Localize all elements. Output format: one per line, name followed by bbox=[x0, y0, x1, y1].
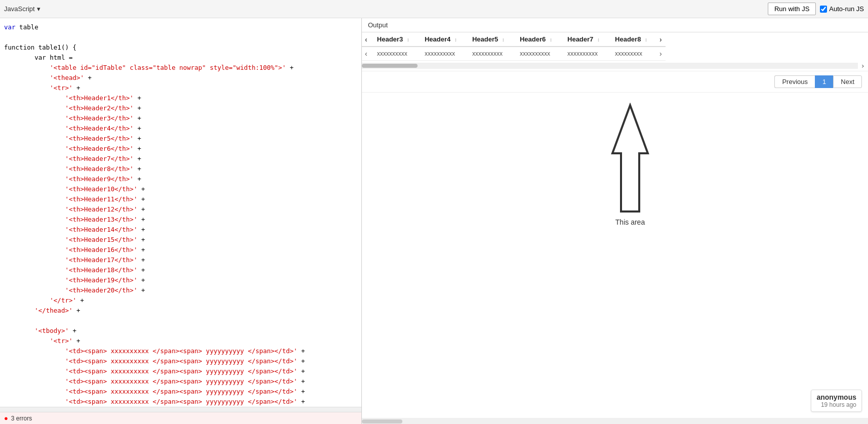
code-line: '<th>Header9</th>' + bbox=[0, 174, 361, 184]
code-line: '<table id="idTable" class="table nowrap… bbox=[0, 63, 361, 73]
anonymous-name: anonymous bbox=[816, 393, 856, 401]
sort-icon: ↕ bbox=[407, 37, 409, 43]
code-line: var html = bbox=[0, 53, 361, 63]
code-line: '</tr>' + bbox=[0, 295, 361, 306]
table-data-cell: xxxxxxxxxx bbox=[371, 47, 419, 61]
code-line: '<th>Header1</th>' + bbox=[0, 93, 361, 103]
table-row: ‹ xxxxxxxxxxxxxxxxxxxxxxxxxxxxxxxxxxxxxx… bbox=[362, 47, 666, 61]
table-data-cell: xxxxxxxxxx bbox=[419, 47, 466, 61]
table-header-cell[interactable]: Header5 ↕ bbox=[466, 32, 514, 47]
run-button[interactable]: Run with JS bbox=[768, 3, 816, 15]
sort-icon: ↕ bbox=[454, 37, 457, 43]
code-line: '<th>Header10</th>' + bbox=[0, 184, 361, 194]
arrow-up-icon bbox=[610, 103, 650, 214]
table-header-cell[interactable]: Header3 ↕ bbox=[371, 32, 419, 47]
code-line: '<td><span> xxxxxxxxxx </span><span> yyy… bbox=[0, 397, 361, 407]
table-header-cell[interactable]: Header8 ↕ bbox=[609, 32, 656, 47]
scroll-row: › bbox=[362, 61, 868, 71]
prev-page-button[interactable]: Previous bbox=[774, 75, 815, 88]
next-page-button[interactable]: Next bbox=[833, 75, 862, 88]
table-data-cell: xxxxxxxxxx bbox=[466, 47, 514, 61]
code-line: '<thead>' + bbox=[0, 73, 361, 83]
svg-marker-0 bbox=[612, 105, 648, 211]
annotation-label: This area bbox=[615, 218, 645, 226]
col-chevron-left[interactable]: ‹ bbox=[362, 32, 371, 47]
annotation-area: This area anonymous 19 hours ago bbox=[362, 93, 868, 418]
code-line: function table1() { bbox=[0, 43, 361, 53]
code-line: '<th>Header13</th>' + bbox=[0, 215, 361, 225]
code-line: '<th>Header12</th>' + bbox=[0, 204, 361, 215]
error-bar: ● 3 errors bbox=[0, 412, 361, 424]
data-table: ‹ Header3 ↕Header4 ↕Header5 ↕Header6 ↕He… bbox=[362, 32, 666, 61]
pagination-row: Previous 1 Next bbox=[362, 71, 868, 93]
arrow-annotation: This area bbox=[610, 103, 650, 226]
code-line: '<td><span> xxxxxxxxxx </span><span> yyy… bbox=[0, 346, 361, 356]
auto-run-checkbox[interactable] bbox=[820, 6, 827, 13]
code-line: '</thead>' + bbox=[0, 306, 361, 316]
output-bottom-scroll[interactable] bbox=[362, 418, 868, 424]
code-line: '<th>Header16</th>' + bbox=[0, 245, 361, 255]
cell-chevron-right[interactable]: › bbox=[656, 47, 666, 61]
table-header-cell[interactable]: Header4 ↕ bbox=[419, 32, 466, 47]
code-scrollbar[interactable] bbox=[0, 407, 361, 412]
code-line: '<td><span> xxxxxxxxxx </span><span> yyy… bbox=[0, 356, 361, 366]
table-data-cell: xxxxxxxxx bbox=[609, 47, 656, 61]
code-line: '<td><span> xxxxxxxxxx </span><span> yyy… bbox=[0, 366, 361, 376]
code-line: '<th>Header17</th>' + bbox=[0, 255, 361, 265]
scroll-chevron-right[interactable]: › bbox=[858, 61, 868, 71]
top-bar-actions: Run with JS Auto-run JS bbox=[768, 3, 864, 15]
code-line: '<th>Header4</th>' + bbox=[0, 123, 361, 134]
code-line: '<tr>' + bbox=[0, 336, 361, 346]
table-data-cell: xxxxxxxxxx bbox=[561, 47, 609, 61]
sort-icon: ↕ bbox=[502, 37, 505, 43]
code-line: '<th>Header20</th>' + bbox=[0, 285, 361, 295]
page-1-button[interactable]: 1 bbox=[815, 75, 833, 88]
table-header-cell[interactable]: Header7 ↕ bbox=[561, 32, 609, 47]
output-bottom-thumb bbox=[362, 419, 402, 423]
language-selector[interactable]: JavaScript ▾ bbox=[4, 5, 40, 13]
anonymous-time: 19 hours ago bbox=[816, 401, 856, 408]
code-line: '<th>Header3</th>' + bbox=[0, 113, 361, 123]
code-line: '<th>Header19</th>' + bbox=[0, 275, 361, 285]
table-header-row: ‹ Header3 ↕Header4 ↕Header5 ↕Header6 ↕He… bbox=[362, 32, 666, 47]
output-header: Output bbox=[362, 18, 868, 32]
main-layout: var table function table1() { var html =… bbox=[0, 18, 868, 424]
code-line: '<th>Header5</th>' + bbox=[0, 134, 361, 144]
code-line: '<th>Header8</th>' + bbox=[0, 164, 361, 174]
table-data-cell: xxxxxxxxxx bbox=[514, 47, 561, 61]
top-bar: JavaScript ▾ Run with JS Auto-run JS bbox=[0, 0, 868, 18]
col-chevron-right[interactable]: › bbox=[656, 32, 666, 47]
code-line: '<td><span> xxxxxxxxxx </span><span> yyy… bbox=[0, 387, 361, 397]
output-panel: Output ‹ Header3 ↕Header4 ↕Header5 ↕Head… bbox=[362, 18, 868, 424]
table-header-cell[interactable]: Header6 ↕ bbox=[514, 32, 561, 47]
code-line: '<th>Header18</th>' + bbox=[0, 265, 361, 275]
language-label: JavaScript bbox=[4, 5, 35, 13]
code-line: '<th>Header7</th>' + bbox=[0, 154, 361, 164]
code-panel: var table function table1() { var html =… bbox=[0, 18, 362, 424]
code-line: '<th>Header2</th>' + bbox=[0, 103, 361, 113]
anonymous-badge: anonymous 19 hours ago bbox=[811, 390, 862, 412]
code-line: '<th>Header14</th>' + bbox=[0, 225, 361, 235]
code-line: var table bbox=[0, 22, 361, 32]
code-editor[interactable]: var table function table1() { var html =… bbox=[0, 18, 361, 407]
code-line: '<tbody>' + bbox=[0, 326, 361, 336]
code-line bbox=[0, 316, 361, 326]
sort-icon: ↕ bbox=[597, 37, 600, 43]
table-container[interactable]: ‹ Header3 ↕Header4 ↕Header5 ↕Header6 ↕He… bbox=[362, 32, 868, 61]
code-line: '<td><span> xxxxxxxxxx </span><span> yyy… bbox=[0, 376, 361, 387]
code-line: '<th>Header15</th>' + bbox=[0, 235, 361, 245]
language-dropdown-arrow[interactable]: ▾ bbox=[37, 5, 40, 13]
cell-chevron-left[interactable]: ‹ bbox=[362, 47, 371, 61]
code-line: '<th>Header6</th>' + bbox=[0, 144, 361, 154]
code-line bbox=[0, 32, 361, 43]
code-line: '<th>Header11</th>' + bbox=[0, 194, 361, 204]
sort-icon: ↕ bbox=[550, 37, 552, 43]
auto-run-label[interactable]: Auto-run JS bbox=[820, 5, 864, 13]
code-line: '<tr>' + bbox=[0, 83, 361, 93]
error-icon: ● bbox=[4, 414, 8, 422]
table-scroll-thumb bbox=[362, 64, 418, 68]
error-count: 3 errors bbox=[11, 415, 32, 422]
table-scroll-bar[interactable] bbox=[362, 63, 858, 69]
sort-icon: ↕ bbox=[645, 37, 647, 43]
